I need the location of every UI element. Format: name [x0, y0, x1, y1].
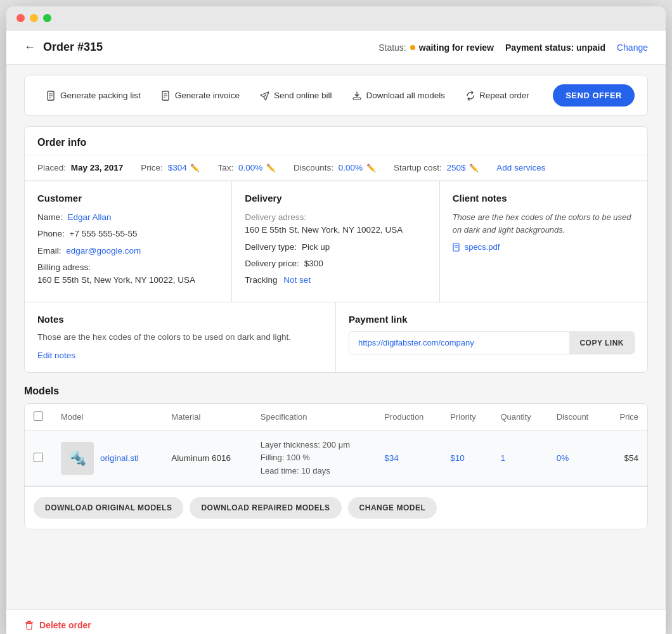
- customer-phone: Phone: +7 555 555-55-55: [37, 228, 219, 240]
- svg-rect-14: [25, 622, 33, 623]
- model-spec: Layer thickness: 200 μm Filling: 100 % L…: [261, 439, 366, 478]
- model-production-cell: $34: [375, 430, 441, 486]
- repeat-order-button[interactable]: Repeat order: [456, 86, 538, 106]
- send-icon: [260, 91, 270, 101]
- customer-email: Email: edgar@google.com: [37, 245, 219, 257]
- delivery-price-value: $300: [304, 259, 323, 268]
- model-name-link[interactable]: original.stl: [100, 453, 139, 463]
- delivery-tracking: Tracking Not set: [245, 274, 426, 287]
- edit-notes-link[interactable]: Edit notes: [37, 351, 75, 360]
- tracking-value[interactable]: Not set: [283, 275, 311, 285]
- models-title: Models: [24, 385, 648, 397]
- placed-value: May 23, 2017: [71, 163, 124, 172]
- model-quantity[interactable]: 1: [500, 453, 505, 463]
- back-arrow-icon[interactable]: ←: [24, 41, 36, 54]
- tax-edit-icon[interactable]: ✏️: [266, 164, 276, 172]
- delivery-cell: Delivery Delivery adress: 160 E 55th St,…: [232, 181, 439, 302]
- client-notes-cell: Client notes Those are the hex codes of …: [440, 181, 647, 302]
- specs-link[interactable]: specs.pdf: [453, 242, 635, 252]
- model-discount-cell: 0%: [548, 430, 605, 486]
- model-price-cell: $54: [605, 430, 647, 486]
- close-button[interactable]: [16, 14, 25, 22]
- model-production[interactable]: $34: [384, 453, 399, 463]
- model-discount[interactable]: 0%: [557, 453, 569, 463]
- placed-label: Placed: May 23, 2017: [37, 163, 123, 172]
- customer-name-link[interactable]: Edgar Allan: [68, 212, 112, 222]
- startup-cost-field: Startup cost: 250$ ✏️: [394, 163, 479, 172]
- order-info-header: Order info: [25, 127, 647, 155]
- delivery-price: Delivery price: $300: [245, 257, 426, 270]
- row-checkbox[interactable]: [34, 453, 43, 462]
- phone-value: +7 555 555-55-55: [70, 229, 138, 238]
- model-priority[interactable]: $10: [450, 453, 465, 463]
- main-content: Order info Placed: May 23, 2017 Price: $…: [6, 126, 666, 547]
- tax-value[interactable]: 0.00%: [238, 163, 262, 172]
- client-notes-text: Those are the hex codes of the colors to…: [453, 211, 635, 236]
- change-link[interactable]: Change: [617, 42, 648, 53]
- content-area: Generate packing list Generate invoice: [6, 65, 666, 634]
- models-actions: DOWNLOAD ORIGINAL MODELS DOWNLOAD REPAIR…: [25, 486, 647, 529]
- maximize-button[interactable]: [43, 14, 51, 22]
- model-name-cell: 🔩 original.stl: [52, 430, 162, 486]
- packing-list-icon: [46, 91, 56, 101]
- generate-invoice-button[interactable]: Generate invoice: [152, 86, 249, 106]
- production-col-header: Production: [375, 404, 441, 431]
- discounts-edit-icon[interactable]: ✏️: [366, 164, 376, 172]
- model-material: Aluminum 6016: [171, 453, 231, 463]
- order-number: Order #315: [43, 41, 103, 54]
- toolbar: Generate packing list Generate invoice: [24, 75, 648, 116]
- notes-cell: Notes Those are the hex codes of the col…: [25, 302, 336, 372]
- spec-lead: Lead time: 10 days: [261, 465, 366, 478]
- startup-cost-edit-icon[interactable]: ✏️: [469, 164, 479, 172]
- delivery-address-value: 160 E 55th St, New York, NY 10022, USA: [245, 224, 426, 236]
- download-all-models-button[interactable]: Download all models: [343, 86, 454, 106]
- minimize-button[interactable]: [30, 14, 38, 22]
- status-badge: Status: waiting for review: [378, 42, 494, 53]
- payment-link-row: https://digifabster.com/company COPY LIN…: [349, 331, 635, 354]
- file-icon: [453, 243, 462, 252]
- tax-field: Tax: 0.00% ✏️: [217, 163, 276, 172]
- status-dot: [410, 45, 415, 50]
- model-col-header: Model: [52, 404, 162, 431]
- status-value: waiting for review: [419, 42, 494, 53]
- customer-cell: Customer Name: Edgar Allan Phone: +7 555…: [25, 181, 232, 302]
- generate-packing-list-button[interactable]: Generate packing list: [37, 86, 150, 106]
- startup-cost-value[interactable]: 250$: [446, 163, 465, 172]
- email-value[interactable]: edgar@google.com: [66, 246, 141, 256]
- checkbox-header: [25, 404, 52, 431]
- status-label: Status:: [378, 42, 406, 53]
- change-model-button[interactable]: CHANGE MODEL: [348, 497, 437, 519]
- price-value[interactable]: $304: [168, 163, 187, 172]
- send-offer-button[interactable]: SEND OFFER: [553, 84, 635, 107]
- download-repaired-models-button[interactable]: DOWNLOAD REPAIRED MODELS: [190, 497, 341, 519]
- model-material-cell: Aluminum 6016: [162, 430, 252, 486]
- quantity-col-header: Quantity: [491, 404, 547, 431]
- client-notes-title: Client notes: [453, 193, 635, 204]
- top-bar-right: Status: waiting for review Payment statu…: [378, 42, 648, 53]
- delete-order-button[interactable]: Delete order: [24, 620, 91, 630]
- models-table-body: 🔩 original.stl Aluminum 6016 Layer: [25, 430, 647, 486]
- price-edit-icon[interactable]: ✏️: [190, 164, 200, 172]
- payment-status: Payment status: unpaid: [505, 42, 605, 53]
- spec-filling: Filling: 100 %: [261, 451, 366, 465]
- model-quantity-cell: 1: [491, 430, 547, 486]
- payment-value: unpaid: [576, 42, 605, 53]
- payment-link-url[interactable]: https://digifabster.com/company: [349, 332, 569, 354]
- table-row: 🔩 original.stl Aluminum 6016 Layer: [25, 430, 647, 486]
- copy-link-button[interactable]: COPY LINK: [569, 332, 634, 354]
- bottom-grid: Notes Those are the hex codes of the col…: [25, 302, 647, 372]
- select-all-checkbox[interactable]: [34, 411, 43, 421]
- notes-text: Those are the hex codes of the colors to…: [37, 331, 323, 344]
- specification-col-header: Specification: [252, 404, 375, 431]
- price-field: Price: $304 ✏️: [141, 163, 200, 172]
- customer-title: Customer: [37, 193, 219, 204]
- add-services-link[interactable]: Add services: [496, 163, 545, 172]
- discounts-value[interactable]: 0.00%: [339, 163, 363, 172]
- window: ← Order #315 Status: waiting for review …: [6, 6, 666, 634]
- notes-title: Notes: [37, 314, 323, 325]
- order-info-card: Order info Placed: May 23, 2017 Price: $…: [24, 126, 648, 373]
- send-online-bill-button[interactable]: Send online bill: [251, 86, 341, 106]
- delivery-address: Delivery adress: 160 E 55th St, New York…: [245, 211, 426, 237]
- download-original-models-button[interactable]: DOWNLOAD ORIGINAL MODELS: [34, 497, 183, 519]
- info-grid: Customer Name: Edgar Allan Phone: +7 555…: [25, 181, 647, 302]
